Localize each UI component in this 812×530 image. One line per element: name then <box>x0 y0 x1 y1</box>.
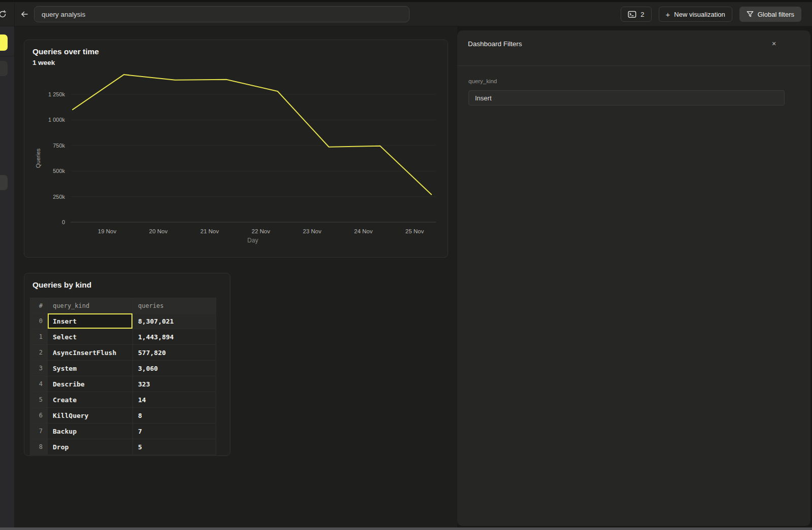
table-row: 5Create14 <box>30 392 216 408</box>
row-index-cell: 5 <box>30 392 48 408</box>
dashboard-title-input[interactable] <box>34 6 410 22</box>
query-kind-cell[interactable]: KillQuery <box>48 408 133 423</box>
query-kind-cell[interactable]: AsyncInsertFlush <box>48 345 133 361</box>
refresh-icon[interactable] <box>0 10 7 19</box>
y-tick-label: 1 250k <box>48 91 65 97</box>
panel-divider <box>457 65 810 66</box>
queries-value-cell: 8 <box>133 408 216 423</box>
query-kind-cell[interactable]: Select <box>48 329 133 345</box>
table-title: Queries by kind <box>32 280 91 290</box>
table-row: 8Drop5 <box>30 439 216 455</box>
chart-card: Queries over time 1 week 0250k500k750k1 … <box>24 40 448 258</box>
console-tabs-count: 2 <box>640 11 644 18</box>
global-filters-label: Global filters <box>758 11 794 18</box>
top-bar: 2 + New visualization Global filters <box>0 2 812 26</box>
y-tick-label: 500k <box>53 168 65 174</box>
table-card: Queries by kind #query_kindqueries 0Inse… <box>24 273 230 456</box>
query-kind-cell[interactable]: Describe <box>48 376 133 392</box>
query-kind-filter-input[interactable] <box>468 90 785 105</box>
query-kind-cell[interactable]: Backup <box>48 423 133 439</box>
table-row: 0Insert8,307,021 <box>30 313 216 329</box>
column-header: query_kind <box>48 298 133 313</box>
query-kind-cell[interactable]: System <box>48 361 133 376</box>
queries-line-series <box>73 75 431 195</box>
y-tick-label: 250k <box>53 194 65 200</box>
x-tick-label: 23 Nov <box>303 228 322 234</box>
queries-value-cell: 1,443,894 <box>133 329 216 345</box>
filter-field-label: query_kind <box>468 78 497 84</box>
query-kind-cell[interactable]: Drop <box>48 439 133 455</box>
x-tick-label: 22 Nov <box>252 228 270 234</box>
panel-title: Dashboard Filters <box>468 40 522 48</box>
global-filters-button[interactable]: Global filters <box>739 7 801 22</box>
queries-value-cell: 7 <box>133 423 216 439</box>
queries-value-cell: 577,820 <box>133 345 216 361</box>
queries-value-cell: 5 <box>133 439 216 455</box>
table-row: 2AsyncInsertFlush577,820 <box>30 345 216 361</box>
plus-icon: + <box>666 11 670 18</box>
query-kind-cell[interactable]: Insert <box>48 313 133 329</box>
x-tick-label: 19 Nov <box>98 228 117 234</box>
row-index-cell: 3 <box>30 361 48 376</box>
queries-value-cell: 14 <box>133 392 216 408</box>
window-bottom-edge <box>0 527 812 530</box>
row-index-cell: 7 <box>30 423 48 439</box>
row-index-cell: 6 <box>30 408 48 423</box>
column-header: # <box>30 298 48 313</box>
x-tick-label: 25 Nov <box>405 228 424 234</box>
table-row: 4Describe323 <box>30 376 216 392</box>
queries-value-cell: 3,060 <box>133 361 216 376</box>
funnel-icon <box>747 11 754 18</box>
queries-chart[interactable]: 0250k500k750k1 000k1 250k19 Nov20 Nov21 … <box>24 40 448 257</box>
table-row: 7Backup7 <box>30 423 216 439</box>
table-row: 1Select1,443,894 <box>30 329 216 345</box>
row-index-cell: 1 <box>30 329 48 345</box>
sidebar-item[interactable] <box>0 175 8 190</box>
y-tick-label: 0 <box>62 219 65 225</box>
main-content: Queries over time 1 week 0250k500k750k1 … <box>15 26 457 527</box>
sidebar-item[interactable] <box>0 61 8 76</box>
y-axis-title: Queries <box>35 148 41 168</box>
queries-table: #query_kindqueries 0Insert8,307,0211Sele… <box>30 298 216 455</box>
sidebar-divider <box>0 56 14 56</box>
queries-value-cell: 8,307,021 <box>133 313 216 329</box>
queries-value-cell: 323 <box>133 376 216 392</box>
sidebar <box>0 26 14 527</box>
back-button[interactable] <box>19 9 29 19</box>
row-index-cell: 0 <box>30 313 48 329</box>
close-icon[interactable]: ✕ <box>769 39 779 49</box>
console-tabs-button[interactable]: 2 <box>621 7 651 22</box>
sidebar-item-active[interactable] <box>0 34 8 51</box>
table-header-row: #query_kindqueries <box>30 298 216 313</box>
new-visualization-button[interactable]: + New visualization <box>659 7 732 22</box>
new-visualization-label: New visualization <box>674 11 725 18</box>
table-row: 6KillQuery8 <box>30 408 216 423</box>
x-axis-title: Day <box>247 237 258 244</box>
row-index-cell: 4 <box>30 376 48 392</box>
header-actions: 2 + New visualization Global filters <box>621 7 801 22</box>
row-index-cell: 2 <box>30 345 48 361</box>
terminal-icon <box>628 11 636 18</box>
x-tick-label: 21 Nov <box>200 228 219 234</box>
row-index-cell: 8 <box>30 439 48 455</box>
query-kind-cell[interactable]: Create <box>48 392 133 408</box>
dashboard-filters-panel: Dashboard Filters ✕ query_kind <box>457 30 810 526</box>
column-header: queries <box>133 298 216 313</box>
y-tick-label: 750k <box>53 143 65 149</box>
x-tick-label: 24 Nov <box>354 228 373 234</box>
y-tick-label: 1 000k <box>48 117 65 123</box>
table-row: 3System3,060 <box>30 361 216 376</box>
queries-table-body: 0Insert8,307,0211Select1,443,8942AsyncIn… <box>30 313 216 455</box>
x-tick-label: 20 Nov <box>149 228 168 234</box>
